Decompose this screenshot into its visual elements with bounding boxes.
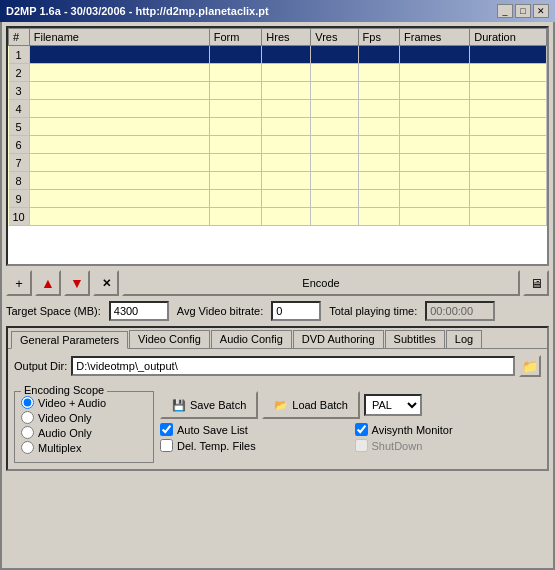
output-dir-input[interactable] [71, 356, 515, 376]
encode-button[interactable]: Encode [122, 270, 520, 296]
cell [358, 154, 399, 172]
remove-button[interactable]: ✕ [93, 270, 119, 296]
table-row[interactable]: 5 [9, 118, 547, 136]
cell [29, 208, 209, 226]
auto-save-list-label: Auto Save List [177, 424, 248, 436]
col-num: # [9, 29, 30, 46]
cell [470, 64, 547, 82]
col-frames: Frames [400, 29, 470, 46]
cell [311, 118, 358, 136]
cell [209, 82, 262, 100]
table-row[interactable]: 6 [9, 136, 547, 154]
avisynth-monitor-row[interactable]: Avisynth Monitor [355, 423, 542, 436]
tab-dvd-authoring[interactable]: DVD Authoring [293, 330, 384, 348]
move-up-button[interactable]: ▲ [35, 270, 61, 296]
del-temp-files-label: Del. Temp. Files [177, 440, 256, 452]
tab-audio-config[interactable]: Audio Config [211, 330, 292, 348]
cell [311, 190, 358, 208]
radio-audio-only[interactable]: Audio Only [21, 426, 147, 439]
display-button[interactable]: 🖥 [523, 270, 549, 296]
radio-video-only-label: Video Only [38, 412, 92, 424]
cell [470, 154, 547, 172]
del-temp-files-checkbox[interactable] [160, 439, 173, 452]
add-button[interactable]: + [6, 270, 32, 296]
tabs-container: General ParametersVideo ConfigAudio Conf… [6, 326, 549, 471]
cell [470, 136, 547, 154]
cell [358, 118, 399, 136]
col-form: Form [209, 29, 262, 46]
table-row[interactable]: 10 [9, 208, 547, 226]
radio-video-audio[interactable]: Video + Audio [21, 396, 147, 409]
shutdown-row: ShutDown [355, 439, 542, 452]
cell [209, 118, 262, 136]
cell [311, 154, 358, 172]
row-number: 10 [9, 208, 30, 226]
tab-general-parameters[interactable]: General Parameters [11, 331, 128, 349]
options-checkboxes: Auto Save List Avisynth Monitor Del. Tem… [160, 423, 541, 452]
avisynth-monitor-checkbox[interactable] [355, 423, 368, 436]
target-space-input[interactable] [109, 301, 169, 321]
browse-folder-button[interactable]: 📁 [519, 355, 541, 377]
batch-buttons-row: 💾 Save Batch 📂 Load Batch PAL NTSC [160, 391, 541, 419]
total-time-input [425, 301, 495, 321]
table-row[interactable]: 7 [9, 154, 547, 172]
info-row: Target Space (MB): Avg Video bitrate: To… [6, 301, 549, 321]
avisynth-monitor-label: Avisynth Monitor [372, 424, 453, 436]
cell [262, 208, 311, 226]
cell [311, 46, 358, 64]
maximize-button[interactable]: □ [515, 4, 531, 18]
cell [262, 64, 311, 82]
cell [262, 172, 311, 190]
total-time-label: Total playing time: [329, 305, 417, 317]
close-button[interactable]: ✕ [533, 4, 549, 18]
row-number: 3 [9, 82, 30, 100]
arrow-down-icon: ▼ [70, 275, 84, 291]
tab-log[interactable]: Log [446, 330, 482, 348]
table-row[interactable]: 8 [9, 172, 547, 190]
title-bar: D2MP 1.6a - 30/03/2006 - http://d2mp.pla… [0, 0, 555, 22]
batch-area: 💾 Save Batch 📂 Load Batch PAL NTSC [160, 391, 541, 463]
cell [470, 82, 547, 100]
auto-save-list-row[interactable]: Auto Save List [160, 423, 347, 436]
save-icon: 💾 [172, 399, 186, 412]
cell [470, 172, 547, 190]
avg-bitrate-input[interactable] [271, 301, 321, 321]
format-select[interactable]: PAL NTSC [364, 394, 422, 416]
cell [400, 100, 470, 118]
cell [470, 46, 547, 64]
del-temp-files-row[interactable]: Del. Temp. Files [160, 439, 347, 452]
cell [358, 172, 399, 190]
save-batch-button[interactable]: 💾 Save Batch [160, 391, 258, 419]
auto-save-list-checkbox[interactable] [160, 423, 173, 436]
cell [358, 46, 399, 64]
row-number: 6 [9, 136, 30, 154]
table-row[interactable]: 2 [9, 64, 547, 82]
x-icon: ✕ [102, 277, 111, 290]
row-number: 2 [9, 64, 30, 82]
cell [400, 46, 470, 64]
cell [262, 154, 311, 172]
move-down-button[interactable]: ▼ [64, 270, 90, 296]
table-row[interactable]: 3 [9, 82, 547, 100]
minimize-button[interactable]: _ [497, 4, 513, 18]
cell [400, 118, 470, 136]
radio-multiplex[interactable]: Multiplex [21, 441, 147, 454]
file-table-container: # Filename Form Hres Vres Fps Frames Dur… [6, 26, 549, 266]
encoding-scope-group: Encoding Scope Video + Audio Video Only … [14, 391, 154, 463]
tab-subtitles[interactable]: Subtitles [385, 330, 445, 348]
cell [400, 136, 470, 154]
cell [29, 82, 209, 100]
tab-video-config[interactable]: Video Config [129, 330, 210, 348]
radio-multiplex-label: Multiplex [38, 442, 81, 454]
cell [209, 46, 262, 64]
cell [29, 100, 209, 118]
table-row[interactable]: 4 [9, 100, 547, 118]
cell [358, 136, 399, 154]
radio-video-only[interactable]: Video Only [21, 411, 147, 424]
table-row[interactable]: 1 [9, 46, 547, 64]
row-number: 4 [9, 100, 30, 118]
row-number: 8 [9, 172, 30, 190]
cell [209, 154, 262, 172]
load-batch-button[interactable]: 📂 Load Batch [262, 391, 360, 419]
table-row[interactable]: 9 [9, 190, 547, 208]
